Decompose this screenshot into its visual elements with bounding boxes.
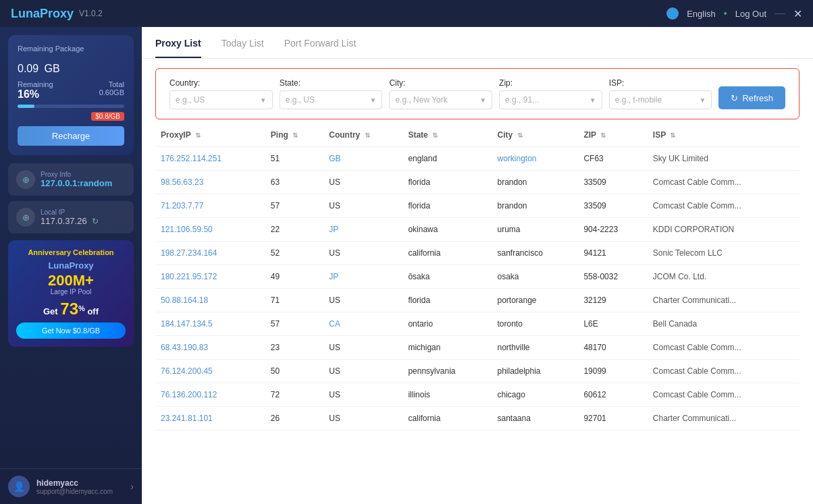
- country-value[interactable]: GB: [329, 154, 340, 163]
- ip-link[interactable]: 121.106.59.50: [161, 225, 213, 234]
- col-proxy-ip[interactable]: ProxyIP ⇅: [155, 123, 265, 147]
- cell-city: toronto: [492, 312, 578, 336]
- cell-zip: 94121: [578, 242, 647, 265]
- cell-isp: Bell Canada: [648, 312, 799, 336]
- state-select[interactable]: e.g., US ▼: [280, 90, 383, 109]
- country-value[interactable]: CA: [329, 319, 340, 329]
- col-country[interactable]: Country ⇅: [323, 123, 402, 147]
- col-isp[interactable]: ISP ⇅: [648, 123, 799, 147]
- country-value: US: [329, 414, 340, 423]
- cell-state: england: [402, 147, 492, 171]
- cell-zip: 48170: [578, 336, 647, 360]
- ip-link[interactable]: 76.136.200.112: [161, 390, 217, 399]
- cell-state: california: [402, 407, 492, 430]
- cell-ip: 76.136.200.112: [155, 383, 265, 407]
- cell-ping: 22: [265, 218, 323, 242]
- cell-city: osaka: [492, 265, 578, 289]
- topbar-left: LunaProxy V1.0.2: [11, 7, 103, 21]
- cell-ip: 176.252.114.251: [155, 147, 265, 171]
- city-select[interactable]: e.g., New York ▼: [389, 90, 492, 109]
- country-label: Country:: [169, 78, 273, 88]
- lang-label: English: [687, 9, 716, 19]
- tab-today-list[interactable]: Today List: [221, 38, 264, 58]
- cell-state: california: [402, 242, 492, 265]
- city-value: santaana: [497, 414, 530, 423]
- tabs-bar: Proxy List Today List Port Forward List: [142, 27, 813, 59]
- city-value: portorange: [497, 296, 536, 305]
- cell-city: sanfrancisco: [492, 242, 578, 265]
- content-area: Proxy List Today List Port Forward List …: [142, 27, 813, 504]
- city-value: chicago: [497, 390, 525, 399]
- zip-select[interactable]: e.g., 91... ▼: [499, 90, 602, 109]
- ip-link[interactable]: 71.203.7.77: [161, 201, 203, 211]
- ann-discount: Get 73% off: [16, 300, 126, 318]
- table-row: 184.147.134.5 57 CA ontario toronto L6E …: [155, 312, 799, 336]
- cell-ip: 198.27.234.164: [155, 242, 265, 265]
- package-card: Remaining Package 0.09 GB Remaining 16% …: [8, 35, 134, 155]
- cell-ping: 26: [265, 407, 323, 430]
- ip-link[interactable]: 76.124.200.45: [161, 366, 213, 376]
- recharge-button[interactable]: Recharge: [18, 126, 124, 146]
- table-row: 180.221.95.172 49 JP ōsaka osaka 558-003…: [155, 265, 799, 289]
- user-email: support@hidemyacc.com: [36, 488, 113, 495]
- country-value[interactable]: JP: [329, 225, 338, 234]
- state-chevron-icon: ▼: [369, 96, 376, 104]
- close-button[interactable]: ✕: [793, 7, 802, 20]
- topbar: LunaProxy V1.0.2 🌐 English • Log Out — ✕: [0, 0, 813, 27]
- col-city[interactable]: City ⇅: [492, 123, 578, 147]
- country-select[interactable]: e.g., US ▼: [169, 90, 273, 109]
- ip-link[interactable]: 180.221.95.172: [161, 272, 217, 281]
- table-row: 198.27.234.164 52 US california sanfranc…: [155, 242, 799, 265]
- col-zip[interactable]: ZIP ⇅: [578, 123, 647, 147]
- col-ping[interactable]: Ping ⇅: [265, 123, 323, 147]
- city-value: northville: [497, 343, 529, 352]
- ann-get-now-button[interactable]: Get Now $0.8/GB: [16, 323, 126, 339]
- country-placeholder: e.g., US: [176, 95, 205, 105]
- user-avatar: 👤: [8, 476, 30, 497]
- cell-country: JP: [323, 218, 402, 242]
- cell-zip: 33509: [578, 194, 647, 218]
- tab-proxy-list[interactable]: Proxy List: [155, 38, 201, 58]
- table-row: 98.56.63.23 63 US florida brandon 33509 …: [155, 171, 799, 194]
- table-row: 76.136.200.112 72 US illinois chicago 60…: [155, 383, 799, 407]
- user-chevron-icon[interactable]: ›: [130, 481, 134, 492]
- ip-link[interactable]: 198.27.234.164: [161, 248, 217, 258]
- anniversary-banner: Anniversary Celebration LunaProxy 200M+ …: [8, 240, 134, 347]
- tab-port-forward[interactable]: Port Forward List: [284, 38, 357, 58]
- logout-button[interactable]: Log Out: [735, 9, 766, 19]
- city-value: sanfrancisco: [497, 248, 542, 258]
- table-row: 176.252.114.251 51 GB england workington…: [155, 147, 799, 171]
- cell-ping: 63: [265, 171, 323, 194]
- cell-state: florida: [402, 171, 492, 194]
- cell-country: US: [323, 171, 402, 194]
- city-value[interactable]: workington: [497, 154, 536, 163]
- refresh-ip-icon[interactable]: ↻: [92, 217, 99, 226]
- cell-isp: Comcast Cable Comm...: [648, 336, 799, 360]
- user-row: 👤 hidemyacc support@hidemyacc.com ›: [0, 468, 142, 504]
- ip-link[interactable]: 50.88.164.18: [161, 296, 208, 305]
- isp-select[interactable]: e.g., t-mobile ▼: [609, 90, 712, 109]
- cell-isp: Sonic Telecom LLC: [648, 242, 799, 265]
- progress-bar: [18, 105, 124, 108]
- refresh-icon: ↻: [731, 93, 738, 103]
- ip-link[interactable]: 184.147.134.5: [161, 319, 213, 329]
- col-state[interactable]: State ⇅: [402, 123, 492, 147]
- proxy-info-card: ⊕ Proxy Info 127.0.0.1:random: [8, 163, 134, 196]
- cell-ip: 23.241.81.101: [155, 407, 265, 430]
- proxy-icon: ⊕: [16, 170, 35, 189]
- ip-link[interactable]: 176.252.114.251: [161, 154, 221, 163]
- cell-isp: Charter Communicati...: [648, 289, 799, 312]
- city-chevron-icon: ▼: [479, 96, 486, 104]
- ip-link[interactable]: 68.43.190.83: [161, 343, 208, 352]
- country-value[interactable]: JP: [329, 272, 338, 281]
- ann-title: Anniversary Celebration: [16, 248, 126, 256]
- ip-link[interactable]: 23.241.81.101: [161, 414, 213, 423]
- cell-ip: 184.147.134.5: [155, 312, 265, 336]
- table-row: 71.203.7.77 57 US florida brandon 33509 …: [155, 194, 799, 218]
- ip-link[interactable]: 98.56.63.23: [161, 177, 203, 187]
- refresh-button[interactable]: ↻ Refresh: [718, 86, 785, 109]
- cell-country: GB: [323, 147, 402, 171]
- cell-city: brandon: [492, 171, 578, 194]
- cell-isp: Charter Communicati...: [648, 407, 799, 430]
- isp-label: ISP:: [609, 78, 712, 88]
